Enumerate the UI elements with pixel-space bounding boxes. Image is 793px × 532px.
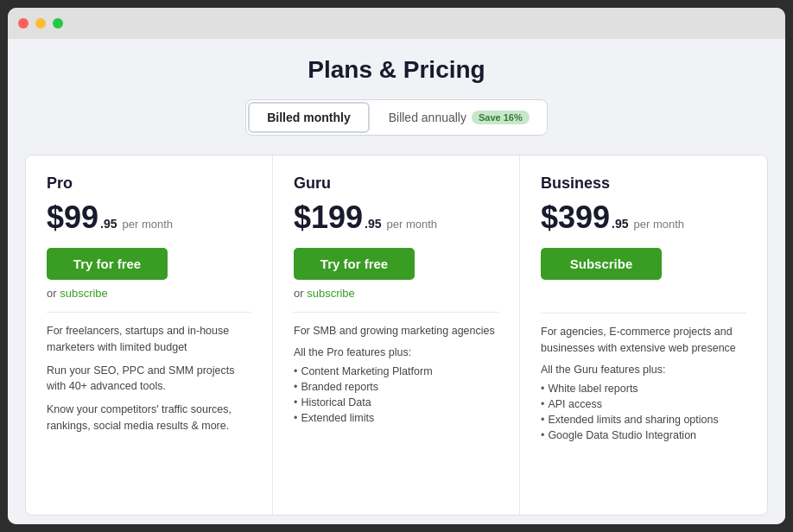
list-item: Branded reports — [294, 379, 498, 395]
guru-desc-1: For SMB and growing marketing agencies — [294, 323, 498, 339]
pro-subscribe-link[interactable]: subscribe — [60, 287, 108, 300]
business-features-label: All the Guru features plus: — [541, 364, 746, 376]
page-title: Plans & Pricing — [308, 56, 485, 84]
business-feature-list: White label reports API access Extended … — [541, 381, 746, 443]
plan-business: Business $399 .95 per month Subscribe Fo… — [520, 155, 767, 515]
business-price-main: $399 — [541, 200, 610, 236]
list-item: API access — [541, 396, 746, 412]
pro-divider — [47, 312, 251, 313]
business-desc-1: For agencies, E-commerce projects and bu… — [541, 324, 746, 357]
pro-price-main: $99 — [47, 200, 98, 236]
main-content: Plans & Pricing Billed monthly Billed an… — [8, 39, 785, 524]
guru-feature-list: Content Marketing Platform Branded repor… — [294, 364, 498, 426]
billing-annually-button[interactable]: Billed annually Save 16% — [371, 100, 547, 135]
pro-cta-button[interactable]: Try for free — [47, 248, 168, 280]
pro-desc-3: Know your competitors' traffic sources, … — [47, 402, 251, 434]
list-item: Google Data Studio Integration — [541, 428, 746, 443]
plan-guru: Guru $199 .95 per month Try for free or … — [273, 155, 520, 515]
list-item: Extended limits and sharing options — [541, 412, 746, 428]
billing-annually-label: Billed annually — [389, 111, 466, 124]
guru-price-row: $199 .95 per month — [294, 200, 498, 236]
plan-pro: Pro $99 .95 per month Try for free or su… — [26, 155, 273, 515]
business-price-cents: .95 — [612, 217, 628, 231]
minimize-dot[interactable] — [35, 18, 46, 28]
business-cta-button[interactable]: Subscribe — [541, 248, 662, 280]
billing-monthly-button[interactable]: Billed monthly — [248, 102, 369, 133]
guru-price-period: per month — [387, 218, 438, 231]
business-divider — [541, 313, 746, 314]
app-window: Plans & Pricing Billed monthly Billed an… — [8, 8, 785, 524]
guru-price-cents: .95 — [365, 217, 381, 231]
pro-price-period: per month — [123, 218, 174, 231]
guru-price-main: $199 — [294, 200, 363, 236]
guru-cta-button[interactable]: Try for free — [294, 248, 415, 280]
business-plan-name: Business — [541, 174, 746, 193]
guru-subscribe-link[interactable]: subscribe — [307, 287, 355, 300]
pro-price-row: $99 .95 per month — [47, 200, 251, 236]
maximize-dot[interactable] — [53, 18, 63, 28]
billing-toggle: Billed monthly Billed annually Save 16% — [245, 99, 548, 136]
business-price-period: per month — [634, 218, 685, 231]
list-item: Extended limits — [294, 410, 498, 426]
save-badge: Save 16% — [472, 111, 530, 124]
pro-or-text: or — [47, 287, 57, 300]
titlebar — [8, 8, 785, 39]
list-item: White label reports — [541, 381, 746, 396]
pro-price-cents: .95 — [100, 217, 117, 231]
pro-or-subscribe: or subscribe — [47, 287, 251, 300]
pro-desc-2: Run your SEO, PPC and SMM projects with … — [47, 363, 251, 396]
guru-divider — [294, 312, 498, 313]
pro-plan-name: Pro — [47, 174, 251, 193]
list-item: Historical Data — [294, 395, 498, 410]
business-price-row: $399 .95 per month — [541, 200, 746, 236]
guru-or-subscribe: or subscribe — [294, 287, 498, 300]
guru-plan-name: Guru — [294, 174, 498, 193]
close-dot[interactable] — [18, 18, 29, 28]
guru-features-label: All the Pro features plus: — [294, 346, 498, 358]
list-item: Content Marketing Platform — [294, 364, 498, 379]
plans-grid: Pro $99 .95 per month Try for free or su… — [25, 155, 768, 516]
guru-or-text: or — [294, 287, 304, 300]
pro-desc-1: For freelancers, startups and in-house m… — [47, 323, 251, 356]
